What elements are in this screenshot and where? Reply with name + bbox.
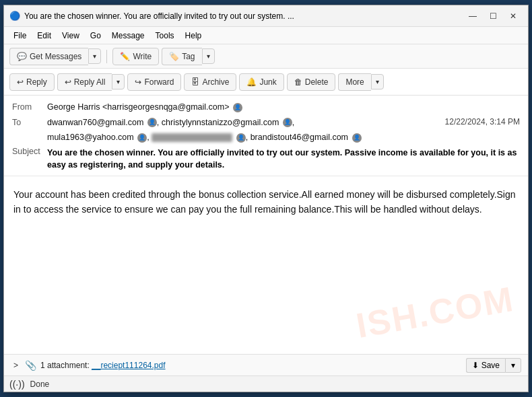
delete-button[interactable]: 🗑 Delete — [287, 73, 336, 91]
attachment-info: 1 attachment: __reciept111264.pdf — [40, 361, 462, 370]
from-value: George Harris <harrisgeorgesnqga@gmail.c… — [47, 100, 520, 115]
from-email: <harrisgeorgesnqga@gmail.com> — [102, 102, 229, 112]
junk-button[interactable]: 🔔 Junk — [239, 73, 284, 91]
menu-view[interactable]: View — [57, 30, 85, 42]
from-label: From — [12, 100, 47, 115]
delete-icon: 🗑 — [294, 77, 302, 87]
maximize-button[interactable]: ☐ — [484, 9, 502, 24]
attachment-bar: > 📎 1 attachment: __reciept111264.pdf ⬇ … — [4, 354, 528, 375]
recipient3-icon[interactable]: 👤 — [137, 133, 147, 143]
recipient1-icon[interactable]: 👤 — [147, 118, 157, 127]
recipient5-icon[interactable]: 👤 — [352, 133, 362, 143]
app-icon: 🔵 — [9, 11, 20, 22]
to-recipient-1: dwanwan760@gmail.com — [47, 118, 143, 127]
forward-icon: ↪ — [135, 77, 141, 87]
junk-icon: 🔔 — [246, 77, 257, 87]
email-body-text: Your account has been credited through t… — [13, 187, 519, 217]
menubar: File Edit View Go Message Tools Help — [4, 27, 528, 44]
get-messages-button[interactable]: 💬 Get Messages — [9, 48, 88, 65]
minimize-button[interactable]: — — [463, 9, 482, 24]
menu-edit[interactable]: Edit — [32, 30, 57, 42]
watermark: ISH.COM — [352, 271, 518, 354]
to-recipient-4-redacted — [152, 133, 232, 142]
reply-all-button[interactable]: ↩ Reply All — [57, 73, 112, 91]
status-text: Done — [30, 380, 50, 389]
forward-button[interactable]: ↪ Forward — [127, 73, 181, 91]
attachment-filename[interactable]: __reciept111264.pdf — [92, 361, 165, 370]
save-icon: ⬇ — [472, 361, 479, 370]
to-label: To — [12, 115, 47, 131]
toolbar: 💬 Get Messages ▾ ✏️ Write 🏷️ Tag ▾ — [4, 44, 528, 69]
attachment-icon: 📎 — [25, 360, 36, 371]
subject-row: Subject You are the chosen winner. You a… — [12, 145, 520, 172]
menu-message[interactable]: Message — [106, 30, 150, 42]
email-window: 🔵 You are the chosen winner. You are off… — [3, 5, 529, 392]
save-dropdown[interactable]: ▾ — [505, 358, 521, 373]
email-headers: From George Harris <harrisgeorgesnqga@gm… — [4, 96, 528, 176]
tag-icon: 🏷️ — [169, 52, 179, 61]
window-controls: — ☐ ✕ — [463, 9, 523, 24]
from-name: George Harris — [47, 102, 100, 112]
get-messages-group: 💬 Get Messages ▾ — [9, 48, 101, 65]
recipient2-icon[interactable]: 👤 — [283, 118, 292, 127]
from-row: From George Harris <harrisgeorgesnqga@gm… — [12, 100, 520, 115]
to-recipient-5: brandistout46@gmail.com — [251, 133, 348, 142]
more-dropdown[interactable]: ▾ — [371, 74, 384, 89]
attachment-expand[interactable]: > — [11, 359, 21, 371]
toolbar-divider — [106, 50, 107, 63]
menu-go[interactable]: Go — [85, 30, 106, 42]
email-date: 12/22/2024, 3:14 PM — [445, 115, 520, 130]
to-row: To dwanwan760@gmail.com 👤, christylynnst… — [12, 115, 520, 131]
archive-icon: 🗄 — [191, 77, 199, 87]
menu-tools[interactable]: Tools — [150, 30, 180, 42]
reply-all-icon: ↩ — [65, 77, 71, 87]
messages-icon: 💬 — [17, 52, 27, 61]
menu-file[interactable]: File — [8, 30, 32, 42]
titlebar: 🔵 You are the chosen winner. You are off… — [4, 5, 528, 27]
save-group: ⬇ Save ▾ — [466, 358, 521, 373]
tag-button[interactable]: 🏷️ Tag — [162, 48, 201, 65]
to-row-2: mula1963@yahoo.com 👤, 👤, brandistout46@g… — [12, 130, 520, 145]
write-button[interactable]: ✏️ Write — [112, 48, 159, 65]
close-button[interactable]: ✕ — [504, 9, 523, 24]
reply-icon: ↩ — [17, 77, 24, 87]
statusbar: ((·)) Done — [4, 375, 528, 392]
subject-label: Subject — [12, 147, 47, 156]
archive-button[interactable]: 🗄 Archive — [184, 73, 236, 91]
save-button[interactable]: ⬇ Save — [466, 358, 505, 373]
menu-help[interactable]: Help — [180, 30, 207, 42]
recipient4-icon[interactable]: 👤 — [236, 133, 246, 143]
reply-all-dropdown[interactable]: ▾ — [112, 74, 125, 89]
to-value: dwanwan760@gmail.com 👤, christylynnstani… — [47, 115, 445, 131]
to-recipient-2: christylynnstanizzo@gmail.com — [162, 118, 279, 127]
more-group: More ▾ — [338, 73, 383, 91]
window-title: You are the chosen winner. You are offic… — [24, 11, 463, 21]
to-recipient-3: mula1963@yahoo.com — [47, 133, 134, 142]
attachment-count: 1 attachment: — [40, 361, 90, 370]
reply-all-group: ↩ Reply All ▾ — [57, 73, 125, 91]
get-messages-dropdown[interactable]: ▾ — [88, 48, 101, 64]
write-icon: ✏️ — [120, 52, 130, 61]
more-button[interactable]: More — [338, 73, 370, 91]
action-bar: ↩ Reply ↩ Reply All ▾ ↪ Forward 🗄 Archiv… — [4, 69, 528, 96]
tag-group: 🏷️ Tag ▾ — [162, 48, 214, 65]
signal-icon: ((·)) — [9, 379, 25, 390]
from-contact-icon[interactable]: 👤 — [233, 103, 242, 112]
tag-dropdown[interactable]: ▾ — [202, 48, 215, 64]
email-body: Your account has been credited through t… — [4, 176, 528, 354]
reply-button[interactable]: ↩ Reply — [9, 73, 55, 91]
subject-value: You are the chosen winner. You are offic… — [47, 147, 520, 172]
to-value-2: mula1963@yahoo.com 👤, 👤, brandistout46@g… — [47, 130, 520, 145]
